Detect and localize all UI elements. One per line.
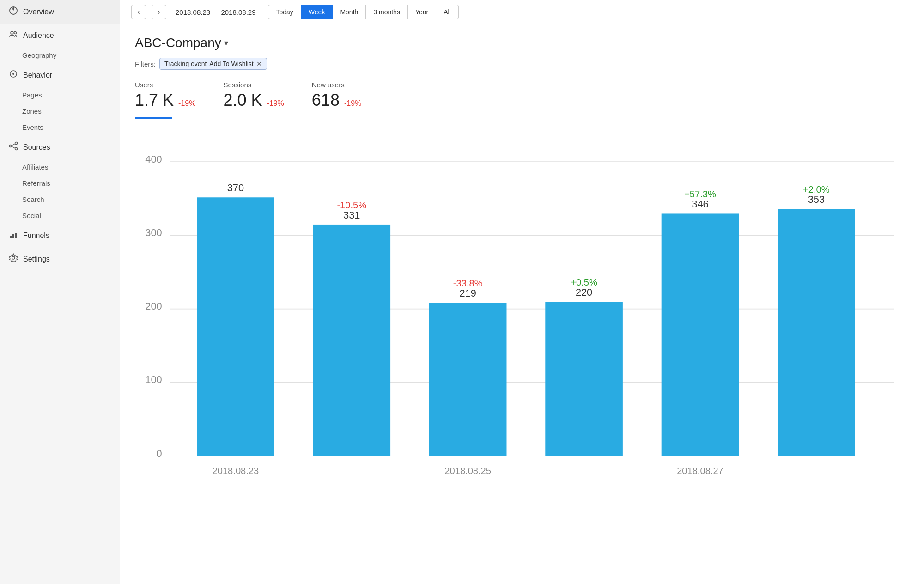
svg-text:+57.3%: +57.3% — [684, 189, 716, 199]
bar-5[interactable] — [662, 213, 739, 456]
stat-users: Users 1.7 K -19% — [135, 81, 195, 110]
sidebar-item-pages[interactable]: Pages — [0, 87, 120, 103]
sidebar-item-label: Zones — [22, 107, 42, 115]
stats-row: Users 1.7 K -19% Sessions 2.0 K -19% New… — [135, 81, 909, 110]
sidebar-item-social[interactable]: Social — [0, 207, 120, 224]
sidebar-item-sources[interactable]: Sources — [0, 135, 120, 159]
svg-rect-10 — [10, 236, 12, 238]
sidebar-item-label: Geography — [22, 51, 56, 59]
sidebar-item-settings[interactable]: Settings — [0, 247, 120, 271]
svg-point-2 — [14, 32, 17, 34]
stat-sessions: Sessions 2.0 K -19% — [223, 81, 284, 110]
svg-text:+0.5%: +0.5% — [571, 277, 597, 287]
sidebar-item-funnels[interactable]: Funnels — [0, 224, 120, 247]
svg-text:331: 331 — [343, 209, 360, 221]
bar-1[interactable] — [197, 197, 274, 456]
sidebar-item-audience[interactable]: Audience — [0, 24, 120, 47]
svg-text:219: 219 — [460, 287, 476, 299]
filter-tag-value: Add To Wishlist — [209, 60, 253, 67]
sidebar-item-label: Referrals — [22, 179, 50, 187]
svg-text:370: 370 — [227, 182, 244, 194]
next-button[interactable]: › — [152, 5, 166, 19]
sidebar-item-label: Funnels — [23, 231, 49, 240]
svg-point-5 — [10, 145, 12, 147]
svg-text:2018.08.25: 2018.08.25 — [444, 466, 491, 476]
svg-text:300: 300 — [145, 227, 162, 238]
sidebar-item-label: Overview — [23, 8, 54, 16]
svg-point-4 — [12, 73, 14, 75]
prev-button[interactable]: ‹ — [131, 5, 146, 19]
period-year[interactable]: Year — [407, 5, 436, 19]
svg-text:220: 220 — [576, 286, 592, 298]
sidebar: Overview Audience Geography Behavior Pag… — [0, 0, 120, 584]
period-week[interactable]: Week — [301, 5, 333, 19]
sidebar-item-label: Events — [22, 123, 43, 131]
svg-text:200: 200 — [145, 300, 162, 312]
sidebar-item-label: Behavior — [23, 71, 52, 79]
svg-text:-33.8%: -33.8% — [453, 278, 483, 288]
sidebar-item-search[interactable]: Search — [0, 191, 120, 207]
audience-icon — [8, 30, 18, 41]
svg-point-7 — [15, 148, 18, 150]
svg-text:2018.08.27: 2018.08.27 — [677, 466, 723, 476]
period-all[interactable]: All — [436, 5, 459, 19]
header-bar: ‹ › 2018.08.23 — 2018.08.29 Today Week M… — [120, 0, 924, 24]
svg-point-1 — [11, 31, 13, 34]
stat-new-users-change: -19% — [344, 99, 361, 108]
sidebar-item-affiliates[interactable]: Affiliates — [0, 159, 120, 175]
svg-point-13 — [12, 256, 15, 259]
main-content: ‹ › 2018.08.23 — 2018.08.29 Today Week M… — [120, 0, 924, 584]
sources-icon — [8, 141, 18, 153]
bar-6[interactable] — [778, 209, 855, 456]
company-title: ABC-Company ▾ — [135, 36, 909, 50]
sidebar-item-geography[interactable]: Geography — [0, 47, 120, 63]
period-month[interactable]: Month — [332, 5, 366, 19]
svg-rect-11 — [12, 234, 14, 238]
svg-line-8 — [12, 144, 15, 146]
overview-icon — [8, 6, 18, 18]
filters-row: Filters: Tracking event Add To Wishlist … — [135, 58, 909, 70]
sidebar-item-referrals[interactable]: Referrals — [0, 175, 120, 191]
stat-new-users-value: 618 — [312, 91, 340, 110]
date-range: 2018.08.23 — 2018.08.29 — [176, 8, 255, 16]
stat-sessions-label: Sessions — [223, 81, 284, 89]
svg-text:100: 100 — [145, 374, 162, 386]
svg-line-9 — [12, 146, 15, 148]
svg-text:346: 346 — [692, 198, 708, 210]
bar-4[interactable] — [545, 302, 623, 456]
period-buttons: Today Week Month 3 months Year All — [268, 5, 458, 19]
sidebar-item-events[interactable]: Events — [0, 119, 120, 135]
stat-new-users-label: New users — [312, 81, 361, 89]
stat-users-value: 1.7 K — [135, 91, 174, 110]
svg-point-6 — [15, 142, 18, 145]
stat-users-change: -19% — [178, 99, 195, 108]
filter-close-icon[interactable]: ✕ — [256, 60, 262, 67]
filters-label: Filters: — [135, 60, 156, 68]
chart-container: 400 300 200 100 0 370 331 -10.5% — [135, 119, 909, 493]
stat-sessions-change: -19% — [267, 99, 284, 108]
svg-rect-12 — [15, 233, 17, 238]
sidebar-item-label: Social — [22, 212, 41, 219]
svg-text:2018.08.23: 2018.08.23 — [213, 466, 259, 476]
behavior-icon — [8, 69, 18, 81]
filter-tag-type: Tracking event — [164, 60, 207, 67]
sidebar-item-label: Pages — [22, 91, 42, 99]
sidebar-item-label: Settings — [23, 255, 50, 263]
filter-tag-tracking[interactable]: Tracking event Add To Wishlist ✕ — [159, 58, 267, 70]
sidebar-item-zones[interactable]: Zones — [0, 103, 120, 119]
period-today[interactable]: Today — [268, 5, 301, 19]
stat-sessions-value: 2.0 K — [223, 91, 262, 110]
company-dropdown-icon[interactable]: ▾ — [224, 38, 228, 48]
period-3months[interactable]: 3 months — [365, 5, 408, 19]
company-name: ABC-Company — [135, 36, 221, 50]
bar-3[interactable] — [429, 303, 507, 456]
bar-2[interactable] — [313, 225, 390, 456]
sidebar-item-label: Affiliates — [22, 163, 48, 171]
stat-users-label: Users — [135, 81, 195, 89]
sidebar-item-label: Search — [22, 195, 44, 203]
svg-text:0: 0 — [157, 448, 162, 459]
svg-text:-10.5%: -10.5% — [337, 200, 366, 210]
sidebar-item-behavior[interactable]: Behavior — [0, 63, 120, 87]
settings-icon — [8, 253, 18, 265]
sidebar-item-overview[interactable]: Overview — [0, 0, 120, 24]
